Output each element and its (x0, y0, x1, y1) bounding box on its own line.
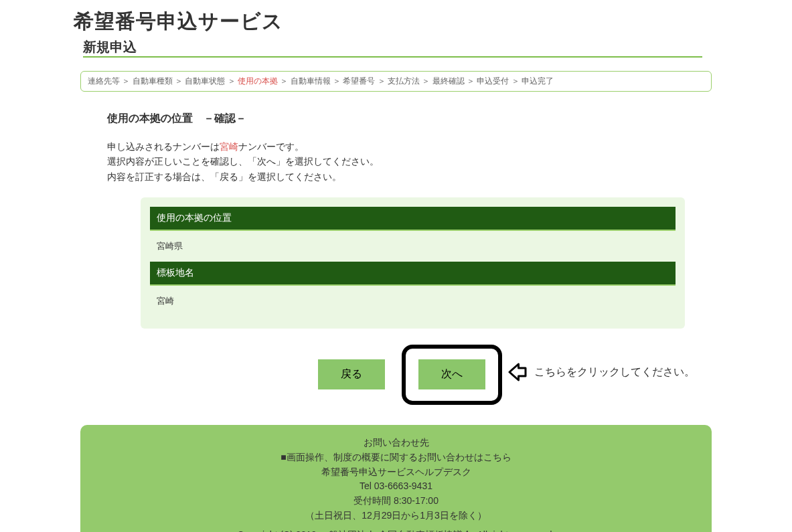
breadcrumb-separator: ＞ (509, 76, 522, 86)
page-header: 希望番号申込サービス 新規申込 (0, 0, 792, 58)
breadcrumb-separator: ＞ (225, 76, 238, 86)
instruction-pre: 申し込みされるナンバーは (107, 141, 220, 152)
breadcrumb-separator: ＞ (331, 76, 343, 86)
breadcrumb-separator: ＞ (278, 76, 291, 86)
breadcrumb-step: 申込受付 (477, 76, 509, 86)
service-title: 希望番号申込サービス (74, 8, 792, 35)
footer-closed: （土日祝日、12月29日から1月3日を除く） (87, 509, 705, 523)
instruction-highlight: 宮崎 (220, 141, 238, 152)
breadcrumb-step: 自動車状態 (185, 76, 225, 86)
instruction-post: ナンバーです。 (238, 141, 304, 152)
breadcrumb-step: 最終確認 (432, 76, 465, 86)
footer-copyright: Copyright (C) 2019 一般社団法人 全国自動車標板協議会. Al… (87, 528, 705, 532)
confirm-header-platename: 標板地名 (150, 262, 676, 286)
instruction-line2: 選択内容が正しいことを確認し、「次へ」を選択してください。 (107, 156, 379, 167)
page-subtitle: 新規申込 (83, 38, 702, 58)
breadcrumb-step: 支払方法 (388, 76, 420, 86)
footer-tel: Tel 03-6663-9431 (87, 479, 705, 494)
confirm-value-platename: 宮崎 (150, 286, 676, 317)
breadcrumb-step: 連絡先等 (88, 76, 120, 86)
confirm-header-location: 使用の本拠の位置 (150, 207, 676, 231)
breadcrumb-separator: ＞ (465, 76, 477, 86)
footer-contact-title: お問い合わせ先 (87, 436, 705, 450)
confirmation-panel: 使用の本拠の位置 宮崎県 標板地名 宮崎 (141, 197, 685, 329)
breadcrumb-step: 自動車種類 (133, 76, 173, 86)
breadcrumb-step: 希望番号 (343, 76, 375, 86)
breadcrumb-step: 使用の本拠 (238, 76, 278, 86)
footer-line1: ■画面操作、制度の概要に関するお問い合わせはこちら (87, 450, 705, 465)
instruction-line3: 内容を訂正する場合は、「戻る」を選択してください。 (107, 171, 341, 182)
click-callout-text: こちらをクリックしてください。 (534, 365, 695, 379)
breadcrumb-separator: ＞ (420, 76, 432, 86)
section-title: 使用の本拠の位置 －確認－ (107, 112, 712, 126)
next-button[interactable]: 次へ (418, 359, 485, 389)
breadcrumb-separator: ＞ (375, 76, 388, 86)
breadcrumb-step: 自動車情報 (291, 76, 331, 86)
left-arrow-icon (507, 362, 528, 382)
instructions: 申し込みされるナンバーは宮崎ナンバーです。 選択内容が正しいことを確認し、「次へ… (107, 139, 712, 184)
footer-line2: 希望番号申込サービスヘルプデスク (87, 465, 705, 480)
confirm-value-location: 宮崎県 (150, 231, 676, 262)
breadcrumb: 連絡先等 ＞ 自動車種類 ＞ 自動車状態 ＞ 使用の本拠 ＞ 自動車情報 ＞ 希… (80, 71, 712, 92)
breadcrumb-separator: ＞ (120, 76, 133, 86)
footer: お問い合わせ先 ■画面操作、制度の概要に関するお問い合わせはこちら 希望番号申込… (80, 425, 712, 532)
breadcrumb-step: 申込完了 (522, 76, 554, 86)
footer-hours: 受付時間 8:30-17:00 (87, 494, 705, 509)
back-button[interactable]: 戻る (318, 359, 385, 389)
breadcrumb-separator: ＞ (173, 76, 185, 86)
